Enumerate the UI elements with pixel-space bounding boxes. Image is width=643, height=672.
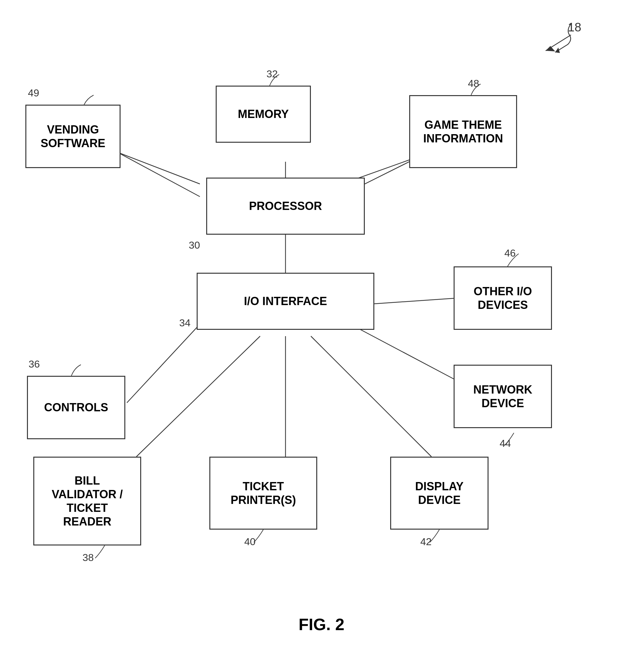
box-processor: PROCESSOR	[206, 178, 365, 235]
box-controls: CONTROLS	[27, 376, 125, 439]
ref-42: 42	[420, 536, 432, 548]
other-io-label: OTHER I/ODEVICES	[474, 284, 532, 312]
ref-36-arrow	[65, 362, 90, 379]
ref-32: 32	[266, 68, 278, 80]
ref-36: 36	[28, 358, 40, 370]
processor-label: PROCESSOR	[249, 199, 322, 213]
network-device-label: NETWORKDEVICE	[473, 383, 532, 410]
display-device-label: DISPLAYDEVICE	[415, 479, 464, 507]
ref-49: 49	[28, 87, 39, 99]
vending-software-label: VENDINGSOFTWARE	[40, 123, 105, 150]
ref-44: 44	[500, 438, 511, 449]
svg-line-3	[117, 152, 200, 197]
ref-46: 46	[505, 247, 516, 259]
svg-line-11	[136, 336, 260, 457]
box-display-device: DISPLAYDEVICE	[390, 457, 488, 529]
box-other-io: OTHER I/ODEVICES	[453, 266, 552, 330]
bill-validator-label: BILLVALIDATOR /TICKETREADER	[52, 474, 123, 529]
game-theme-label: GAME THEMEINFORMATION	[423, 118, 503, 145]
box-io-interface: I/O INTERFACE	[197, 273, 374, 330]
box-game-theme: GAME THEMEINFORMATION	[409, 95, 517, 168]
svg-line-10	[349, 323, 457, 381]
diagram: 18 VENDINGSOFTWARE 49 MEMORY 32 GAME THE…	[0, 0, 643, 672]
box-memory: MEMORY	[216, 86, 311, 143]
ref-49-arrow	[78, 92, 103, 108]
ref-38: 38	[83, 552, 94, 564]
box-vending-software: VENDINGSOFTWARE	[25, 105, 121, 168]
svg-line-13	[311, 336, 432, 457]
ref-48: 48	[468, 78, 479, 89]
controls-label: CONTROLS	[44, 401, 108, 414]
box-ticket-printer: TICKETPRINTER(S)	[209, 457, 317, 529]
box-bill-validator: BILLVALIDATOR /TICKETREADER	[33, 457, 141, 546]
svg-line-2	[117, 152, 200, 184]
svg-line-8	[365, 298, 457, 304]
ticket-printer-label: TICKETPRINTER(S)	[231, 479, 296, 507]
memory-label: MEMORY	[238, 107, 289, 121]
figure-label: FIG. 2	[0, 615, 643, 634]
ref-30: 30	[189, 240, 200, 251]
ref-40: 40	[244, 536, 256, 548]
box-network-device: NETWORKDEVICE	[453, 365, 552, 428]
ref-34: 34	[179, 317, 191, 329]
io-interface-label: I/O INTERFACE	[244, 294, 327, 308]
ref-18-arrow	[533, 17, 584, 56]
